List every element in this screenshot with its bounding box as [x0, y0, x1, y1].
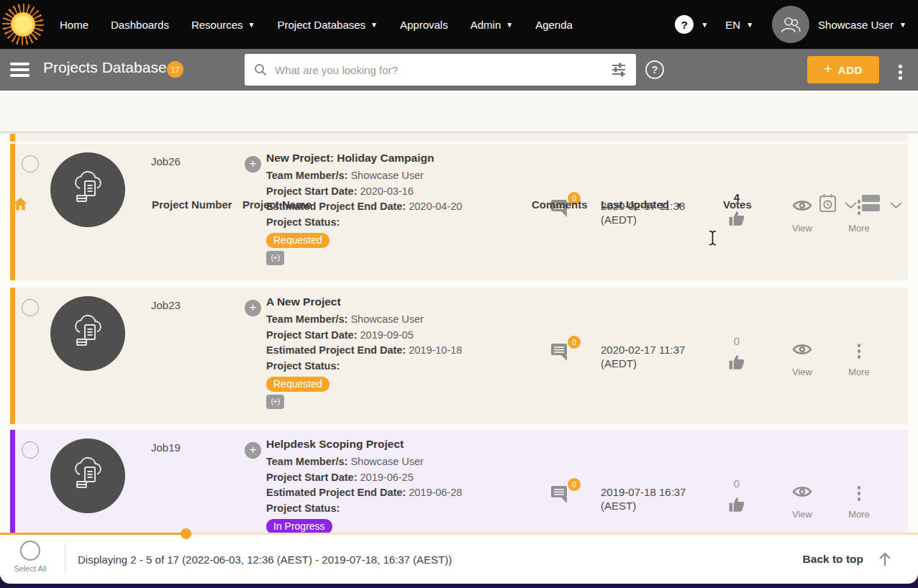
- project-row[interactable]: Job26 + New Project: Holiday Campaign Te…: [10, 144, 908, 280]
- user-avatar[interactable]: [772, 6, 809, 43]
- team-value: Showcase User: [350, 170, 424, 181]
- footer-bar: Select All Displaying 2 - 5 of 17 (2022-…: [0, 535, 918, 584]
- language-selector[interactable]: EN ▼: [725, 19, 753, 31]
- expand-plus-icon[interactable]: +: [245, 300, 261, 316]
- project-number: Job19: [151, 441, 181, 454]
- select-all-checkbox[interactable]: [20, 541, 40, 561]
- search-input[interactable]: [275, 64, 610, 76]
- eye-icon: [792, 484, 812, 499]
- thumbs-up-icon[interactable]: [727, 495, 747, 517]
- column-votes[interactable]: Votes: [723, 198, 752, 211]
- column-last-updated[interactable]: Last Updated▼: [601, 198, 683, 211]
- cloud-document-icon: [68, 313, 108, 354]
- cloud-document-icon: [68, 170, 108, 210]
- toolbar-more-icon[interactable]: [899, 65, 902, 82]
- column-comments[interactable]: Comments: [532, 198, 588, 211]
- view-button[interactable]: View: [781, 484, 824, 520]
- start-date-value: 2019-06-25: [360, 472, 414, 483]
- start-date-label: Project Start Date:: [266, 472, 358, 483]
- app-screen: Home Dashboards Resources▼ Project Datab…: [0, 0, 918, 588]
- chevron-down-icon[interactable]: [845, 199, 857, 212]
- list-layout-icon[interactable]: [862, 195, 880, 214]
- row-select-checkbox[interactable]: [22, 441, 39, 459]
- chevron-down-icon[interactable]: ▼: [701, 22, 708, 29]
- text-cursor-icon: [708, 230, 717, 249]
- project-name[interactable]: A New Project: [266, 294, 496, 310]
- status-label: Project Status:: [266, 216, 340, 228]
- last-updated-value: 2020-02-17 11:37(AEDT): [601, 343, 709, 370]
- thumbs-up-icon[interactable]: [727, 353, 747, 375]
- sort-descending-icon: ▼: [676, 201, 683, 209]
- votes-cell: 0: [715, 477, 758, 517]
- comments-button[interactable]: 0: [550, 341, 575, 365]
- project-name[interactable]: Helpdesk Scoping Project: [266, 436, 496, 452]
- add-button[interactable]: + ADD: [807, 56, 879, 83]
- row-select-checkbox[interactable]: [22, 299, 39, 316]
- search-icon: [253, 63, 268, 77]
- help-icon[interactable]: ?: [675, 15, 694, 34]
- status-badge: In Progress: [266, 519, 332, 533]
- nav-item-agenda[interactable]: Agenda: [535, 19, 573, 31]
- project-row[interactable]: Job23 + A New Project Team Member/s: Sho…: [10, 288, 908, 424]
- project-name[interactable]: New Project: Holiday Campaign: [266, 150, 496, 166]
- project-avatar: [50, 438, 125, 513]
- end-date-label: Estimated Project End Date:: [266, 487, 406, 498]
- search-bar: [245, 54, 636, 86]
- project-number: Job23: [151, 299, 181, 311]
- chevron-down-icon[interactable]: [890, 199, 902, 212]
- more-button[interactable]: More: [837, 484, 881, 520]
- kebab-icon: [837, 484, 881, 502]
- project-avatar: [50, 152, 125, 227]
- row-select-checkbox[interactable]: [22, 155, 39, 173]
- scrollbar-handle[interactable]: [181, 528, 191, 539]
- hamburger-menu-icon[interactable]: [10, 63, 29, 77]
- chevron-down-icon: ▼: [506, 22, 513, 29]
- thumbs-up-icon[interactable]: [727, 209, 747, 231]
- column-project-number[interactable]: Project Number: [152, 198, 232, 211]
- help-icon[interactable]: ?: [645, 60, 664, 79]
- displaying-status-text: Displaying 2 - 5 of 17 (2022-06-03, 12:3…: [78, 535, 452, 584]
- user-menu[interactable]: Showcase User ▼: [818, 19, 906, 31]
- column-project-name[interactable]: Project Name: [242, 198, 312, 211]
- home-icon[interactable]: [12, 196, 29, 215]
- table-header: Project Number Project Name Comments Las…: [0, 91, 918, 132]
- filter-sliders-icon[interactable]: [610, 61, 627, 78]
- comments-button[interactable]: 0: [550, 483, 575, 507]
- nav-item-home[interactable]: Home: [60, 19, 88, 31]
- nav-item-resources[interactable]: Resources▼: [191, 19, 255, 31]
- status-badge: Requested: [266, 377, 330, 392]
- calendar-view-icon[interactable]: [819, 193, 837, 216]
- footer-background: Select All Displaying 2 - 5 of 17 (2022-…: [0, 535, 918, 588]
- view-button[interactable]: View: [781, 342, 824, 377]
- select-all-control[interactable]: Select All: [9, 541, 52, 573]
- page-toolbar: Projects Database 17 ? + ADD: [0, 49, 918, 91]
- nav-item-admin[interactable]: Admin▼: [471, 19, 513, 31]
- start-date-label: Project Start Date:: [266, 185, 358, 197]
- expand-plus-icon[interactable]: +: [245, 156, 261, 173]
- chevron-down-icon: ▼: [371, 22, 378, 29]
- horizontal-scrollbar[interactable]: [0, 532, 918, 536]
- comments-count-badge: 0: [568, 336, 581, 349]
- votes-count: 0: [715, 477, 758, 490]
- top-navigation-bar: Home Dashboards Resources▼ Project Datab…: [0, 0, 918, 49]
- back-to-top-button[interactable]: Back to top: [803, 535, 892, 584]
- expand-plus-icon[interactable]: +: [245, 442, 261, 459]
- brand-sun-logo-icon[interactable]: [2, 4, 44, 45]
- project-row[interactable]: Job19 + Helpdesk Scoping Project Team Me…: [10, 430, 908, 533]
- project-avatar: [50, 296, 125, 371]
- plus-icon: +: [824, 61, 832, 77]
- nav-item-dashboards[interactable]: Dashboards: [111, 19, 169, 31]
- end-date-value: 2019-10-18: [409, 344, 462, 356]
- project-number: Job26: [151, 155, 181, 167]
- recurring-icon: (+): [266, 251, 284, 265]
- scrollbar-fill: [0, 533, 181, 535]
- view-button[interactable]: View: [781, 198, 824, 234]
- eye-icon: [792, 198, 812, 213]
- people-icon: [779, 14, 802, 35]
- start-date-label: Project Start Date:: [266, 329, 358, 341]
- team-label: Team Member/s:: [266, 313, 347, 325]
- more-button[interactable]: More: [837, 342, 881, 377]
- nav-item-approvals[interactable]: Approvals: [400, 19, 448, 31]
- nav-item-project-databases[interactable]: Project Databases▼: [278, 19, 378, 31]
- end-date-value: 2019-06-28: [409, 487, 462, 498]
